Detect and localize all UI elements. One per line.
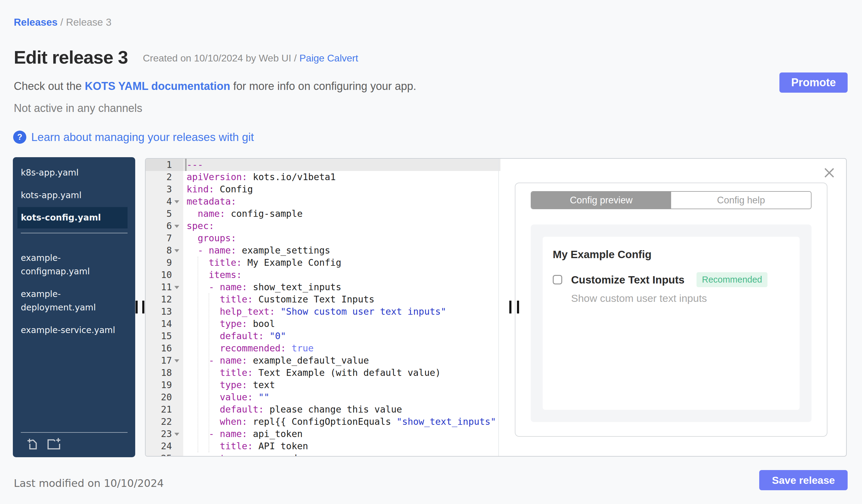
- breadcrumb-separator: /: [57, 16, 66, 28]
- preview-resize-handle[interactable]: [517, 301, 519, 314]
- gutter-line-number: 14: [146, 318, 183, 330]
- config-checkbox[interactable]: [553, 275, 562, 284]
- sidebar-resize-handle[interactable]: [142, 301, 144, 314]
- config-group-title: My Example Config: [553, 248, 800, 261]
- file-sidebar: k8s-app.yamlkots-app.yamlkots-config.yam…: [13, 157, 135, 457]
- code-line-22[interactable]: 22 when: repl{{ ConfigOptionEquals "show…: [146, 416, 500, 428]
- docs-prefix: Check out the: [14, 80, 85, 92]
- fold-arrow-icon[interactable]: [174, 200, 179, 203]
- editor-workbench: 1---2apiVersion: kots.io/v1beta13kind: C…: [145, 158, 847, 456]
- code-line-10[interactable]: 10 items:: [146, 269, 500, 281]
- preview-resize-handle[interactable]: [509, 301, 511, 314]
- gutter-line-number: 10: [146, 269, 183, 281]
- save-release-button[interactable]: Save release: [759, 470, 848, 490]
- promote-button[interactable]: Promote: [780, 72, 848, 93]
- preview-tabs: Config preview Config help: [531, 191, 811, 209]
- indent-guide: [198, 256, 198, 452]
- gutter-line-number: 16: [146, 342, 183, 355]
- fold-arrow-icon[interactable]: [174, 359, 179, 362]
- code-line-18[interactable]: 18 title: Text Example (with default val…: [146, 367, 500, 379]
- config-group-card: My Example Config Customize Text Inputs …: [543, 237, 800, 410]
- channel-status: Not active in any channels: [14, 102, 142, 115]
- created-info: Created on 10/10/2024 by Web UI / Paige …: [143, 53, 358, 64]
- tab-config-help[interactable]: Config help: [671, 192, 811, 209]
- code-line-16[interactable]: 16 recommended: true: [146, 342, 500, 355]
- code-line-4[interactable]: 4metadata:: [146, 196, 500, 208]
- gutter-line-number: 2: [146, 171, 183, 183]
- config-item-row: Customize Text Inputs Recommended: [553, 272, 800, 287]
- tab-config-preview[interactable]: Config preview: [531, 192, 671, 209]
- code-line-13[interactable]: 13 help_text: "Show custom user text inp…: [146, 306, 500, 318]
- breadcrumb: Releases / Release 3: [14, 16, 112, 28]
- gutter-line-number: 25: [146, 452, 183, 456]
- gutter-line-number: 13: [146, 306, 183, 318]
- text-cursor: [185, 159, 186, 171]
- sidebar-file-kots-app.yaml[interactable]: kots-app.yaml: [17, 189, 128, 202]
- file-list: k8s-app.yamlkots-app.yamlkots-config.yam…: [13, 166, 135, 337]
- gutter-line-number: 22: [146, 416, 183, 428]
- gutter-line-number: 20: [146, 391, 183, 403]
- breadcrumb-releases-link[interactable]: Releases: [14, 16, 57, 28]
- gutter-line-number: 15: [146, 330, 183, 342]
- sidebar-footer: [21, 432, 128, 452]
- question-icon: ?: [13, 131, 26, 144]
- code-line-21[interactable]: 21 default: please change this value: [146, 403, 500, 416]
- sidebar-file-example-deployment.yaml[interactable]: example-deployment.yaml: [17, 288, 128, 314]
- code-line-24[interactable]: 24 title: API token: [146, 440, 500, 452]
- code-line-14[interactable]: 14 type: bool: [146, 318, 500, 330]
- code-line-7[interactable]: 7 groups:: [146, 232, 500, 244]
- git-releases-link[interactable]: Learn about managing your releases with …: [31, 131, 254, 144]
- gutter-line-number: 9: [146, 256, 183, 269]
- gutter-line-number: 18: [146, 367, 183, 379]
- kots-docs-link[interactable]: KOTS YAML documentation: [85, 80, 230, 92]
- code-line-3[interactable]: 3kind: Config: [146, 183, 500, 196]
- editor-right-edge: [498, 159, 499, 456]
- code-line-19[interactable]: 19 type: text: [146, 379, 500, 391]
- gutter-line-number: 21: [146, 403, 183, 416]
- sidebar-file-kots-config.yaml[interactable]: kots-config.yaml: [17, 207, 128, 228]
- breadcrumb-current: Release 3: [66, 16, 112, 28]
- last-modified: Last modified on 10/10/2024: [14, 477, 164, 489]
- fold-arrow-icon[interactable]: [174, 286, 179, 289]
- gutter-line-number: 12: [146, 293, 183, 306]
- created-text: Created on 10/10/2024 by Web UI /: [143, 53, 299, 64]
- fold-arrow-icon[interactable]: [174, 433, 179, 436]
- config-preview-panel: My Example Config Customize Text Inputs …: [531, 225, 811, 422]
- code-line-12[interactable]: 12 title: Customize Text Inputs: [146, 293, 500, 306]
- sidebar-file-example-service.yaml[interactable]: example-service.yaml: [17, 323, 128, 337]
- add-file-icon[interactable]: [26, 437, 41, 452]
- docs-suffix: for more info on configuring your app.: [230, 80, 416, 92]
- author-link[interactable]: Paige Calvert: [299, 53, 358, 64]
- fold-arrow-icon[interactable]: [174, 249, 179, 252]
- code-line-2[interactable]: 2apiVersion: kots.io/v1beta1: [146, 171, 500, 183]
- config-item-help: Show custom user text inputs: [571, 292, 800, 304]
- gutter-line-number: 17: [146, 355, 183, 367]
- gutter-line-number: 23: [146, 428, 183, 440]
- code-line-11[interactable]: 11 - name: show_text_inputs: [146, 281, 500, 293]
- close-icon[interactable]: [824, 167, 835, 178]
- code-line-5[interactable]: 5 name: config-sample: [146, 208, 500, 220]
- code-line-23[interactable]: 23 - name: api_token: [146, 428, 500, 440]
- code-line-8[interactable]: 8 - name: example_settings: [146, 244, 500, 256]
- gutter-line-number: 11: [146, 281, 183, 293]
- sidebar-file-example-configmap.yaml[interactable]: example-configmap.yaml: [17, 251, 128, 278]
- fold-arrow-icon[interactable]: [174, 225, 179, 228]
- add-folder-icon[interactable]: [47, 437, 62, 452]
- gutter-line-number: 19: [146, 379, 183, 391]
- code-line-20[interactable]: 20 value: "": [146, 391, 500, 403]
- gutter-line-number: 4: [146, 196, 183, 208]
- gutter-line-number: 5: [146, 208, 183, 220]
- sidebar-file-k8s-app.yaml[interactable]: k8s-app.yaml: [17, 166, 128, 180]
- indent-guide: [209, 293, 209, 452]
- sidebar-resize-handle[interactable]: [135, 301, 138, 314]
- code-line-6[interactable]: 6spec:: [146, 220, 500, 232]
- code-line-25[interactable]: 25 type: password: [146, 452, 500, 456]
- code-line-1[interactable]: 1---: [146, 159, 500, 171]
- code-line-9[interactable]: 9 title: My Example Config: [146, 256, 500, 269]
- git-help-row: ? Learn about managing your releases wit…: [13, 131, 254, 144]
- gutter-line-number: 7: [146, 232, 183, 244]
- code-line-17[interactable]: 17 - name: example_default_value: [146, 355, 500, 367]
- code-line-15[interactable]: 15 default: "0": [146, 330, 500, 342]
- recommended-badge: Recommended: [696, 272, 768, 287]
- gutter-line-number: 1: [146, 159, 183, 171]
